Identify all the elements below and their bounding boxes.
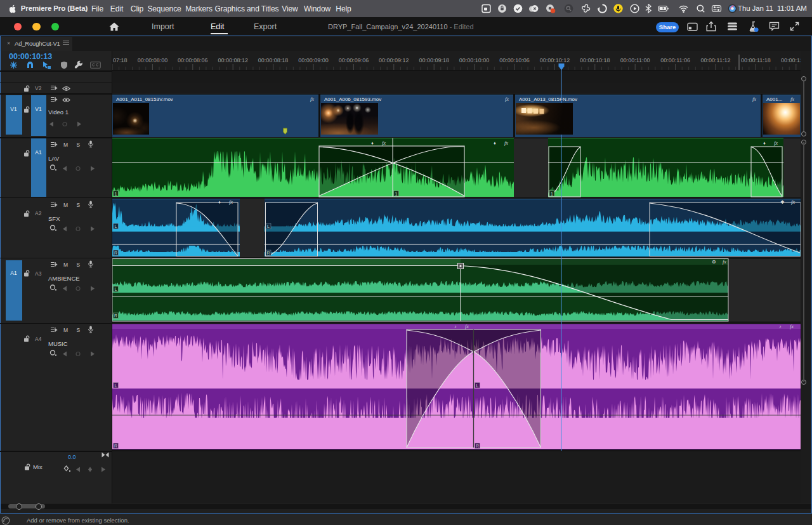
svg-text:fx: fx <box>382 140 386 146</box>
svg-text:00:00:08:06: 00:00:08:06 <box>178 57 208 63</box>
svg-text:1: 1 <box>551 192 553 196</box>
svg-text:fx: fx <box>790 323 794 329</box>
svg-text:L: L <box>115 287 117 291</box>
svg-text:fx: fx <box>774 140 778 146</box>
svg-text:00:00:08:00: 00:00:08:00 <box>138 57 168 63</box>
svg-text:R: R <box>114 251 117 255</box>
svg-text:00:00:09:00: 00:00:09:00 <box>298 57 329 63</box>
svg-text:fx: fx <box>752 96 756 102</box>
svg-text:00:00:11:18: 00:00:11:18 <box>741 57 771 63</box>
svg-text:L: L <box>267 224 270 229</box>
svg-text:fx: fx <box>229 199 233 205</box>
svg-text:00:00:08:18: 00:00:08:18 <box>258 57 289 63</box>
svg-text:1: 1 <box>395 192 398 196</box>
svg-text:00:00:10:12: 00:00:10:12 <box>540 57 570 63</box>
svg-text:fx: fx <box>723 258 726 265</box>
svg-text:fx: fx <box>504 140 508 146</box>
svg-text:♦: ♦ <box>371 140 374 146</box>
svg-text:♦: ♦ <box>494 140 496 146</box>
svg-text:00:00:11:12: 00:00:11:12 <box>701 57 731 63</box>
svg-text:fx: fx <box>505 96 509 102</box>
svg-text:00:00:11:06: 00:00:11:06 <box>660 57 690 63</box>
svg-text:00:00:12:00: 00:00:12:00 <box>781 57 801 63</box>
svg-text:♪: ♪ <box>779 324 782 329</box>
svg-text:⚙: ⚙ <box>712 259 716 265</box>
svg-text:R: R <box>114 314 117 318</box>
svg-text:♦: ♦ <box>218 199 221 205</box>
svg-text:L: L <box>115 224 117 229</box>
svg-text:A001_A011_08153V.mov: A001_A011_08153V.mov <box>116 96 173 102</box>
svg-text:07:18: 07:18 <box>113 57 128 63</box>
svg-text:00:00:09:18: 00:00:09:18 <box>419 57 449 63</box>
svg-text:A001_A013_0815FN.mov: A001_A013_0815FN.mov <box>519 96 577 102</box>
svg-text:✱: ✱ <box>780 199 784 205</box>
svg-text:R: R <box>266 251 270 255</box>
svg-text:L: L <box>115 383 117 388</box>
svg-text:fx: fx <box>790 96 794 102</box>
svg-text:A001_A006_081593.mov: A001_A006_081593.mov <box>324 96 381 102</box>
svg-text:fx: fx <box>465 323 469 329</box>
svg-text:00:00:10:06: 00:00:10:06 <box>499 57 530 63</box>
svg-text:00:00:09:06: 00:00:09:06 <box>339 57 369 63</box>
svg-text:00:00:09:12: 00:00:09:12 <box>379 57 409 63</box>
svg-text:A001...: A001... <box>766 96 782 102</box>
svg-text:00:00:08:12: 00:00:08:12 <box>218 57 248 63</box>
svg-text:♪: ♪ <box>454 324 457 329</box>
svg-text:L: L <box>476 383 479 388</box>
svg-text:00:00:11:00: 00:00:11:00 <box>620 57 650 63</box>
svg-text:00:00:10:00: 00:00:10:00 <box>459 57 490 63</box>
svg-text:R: R <box>114 444 117 448</box>
svg-text:♦: ♦ <box>763 140 766 146</box>
svg-text:fx: fx <box>310 96 314 102</box>
svg-text:R: R <box>476 444 479 448</box>
svg-text:1: 1 <box>115 192 117 196</box>
svg-text:fx: fx <box>791 199 795 205</box>
svg-text:00:00:10:18: 00:00:10:18 <box>580 57 610 63</box>
